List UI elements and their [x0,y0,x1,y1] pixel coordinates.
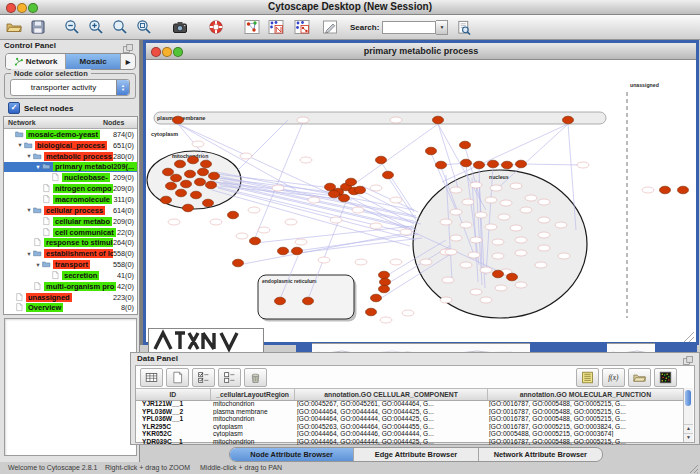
tab-edge-attribute-browser[interactable]: Edge Attribute Browser [354,448,478,461]
table-cell[interactable]: [GO:0045267, GO:0045261, GO:0044464, G..… [294,400,486,407]
tree-row-label[interactable]: multi-organism pro [44,282,116,291]
network-node-label[interactable] [525,195,537,201]
tree-row[interactable]: ▼primary metabol209(... [4,162,137,173]
tree-row-label[interactable]: cellular metabo [53,217,112,226]
network-node[interactable] [346,178,357,186]
tree-col-nodes[interactable]: Nodes [103,119,137,126]
table-column-header[interactable]: annotation.GO MOLECULAR_FUNCTION [488,389,684,400]
network-node-label[interactable] [420,259,432,265]
float-panel-icon[interactable] [123,41,135,53]
network-node[interactable] [188,156,199,164]
delete-attribute-trash-button[interactable] [244,368,267,387]
tree-row[interactable]: ▼establishment of lo558(0) [4,248,137,259]
attribute-list-button[interactable] [576,368,599,387]
tree-row[interactable]: secretion41(0) [4,270,137,281]
snapshot-camera-button[interactable] [170,17,190,37]
network-node-label[interactable] [440,297,452,303]
zoom-in-button[interactable] [86,17,106,37]
network-node-label[interactable] [577,162,589,168]
tree-row-label[interactable]: secretion [62,271,99,280]
resize-grip-icon[interactable] [688,463,699,474]
network-node-label[interactable] [538,199,550,205]
tree-row[interactable]: nucleobase-209(0) [4,172,137,183]
scroll-up-arrow[interactable]: ▲ [684,424,693,433]
table-column-header[interactable]: annotation.GO CELLULAR_COMPONENT [295,389,487,400]
network-node[interactable] [379,285,390,293]
zoom-fit-button[interactable] [110,17,130,37]
tab-mosaic[interactable]: Mosaic [66,54,120,69]
tree-col-network[interactable]: Network [4,119,103,126]
network-node-label[interactable] [515,237,527,243]
network-node-label[interactable] [402,310,414,316]
tree-row-label[interactable]: nucleobase- [62,173,110,182]
table-cell[interactable]: mitochondrion [210,415,294,422]
network-node-label[interactable] [495,285,507,291]
network-node-label[interactable] [538,217,550,223]
network-node-label[interactable] [308,197,320,203]
network-node-label[interactable] [240,153,252,159]
function-builder-button[interactable]: f(x) [602,368,625,387]
network-node-label[interactable] [538,245,550,251]
tree-row-label[interactable]: macromolecule [53,195,112,204]
network-node-label[interactable] [642,187,654,193]
network-node-label[interactable] [510,225,522,231]
table-row[interactable]: YDR039C__1mitochondrion[GO:0044464, GO:0… [136,438,684,446]
table-scrollbar[interactable]: ▲ ▼ [683,388,693,442]
network-node-label[interactable] [192,141,204,147]
tree-row[interactable]: unassigned223(0) [4,292,137,303]
tree-row-label[interactable]: nitrogen compo [53,184,113,193]
network-node-label[interactable] [236,233,248,239]
network-node[interactable] [161,196,172,204]
network-node-label[interactable] [515,282,527,288]
tree-row[interactable]: response to stimulu264(0) [4,237,137,248]
table-row[interactable]: YKR052Ccytoplasm[GO:0044464, GO:0044446,… [136,430,684,438]
network-node-label[interactable] [492,253,504,259]
tree-expand-triangle[interactable]: ▼ [34,164,42,170]
network-node-label[interactable] [480,297,492,303]
tree-row-label[interactable]: transport [53,260,90,269]
layout-plugin-1-button[interactable] [266,17,286,37]
network-node[interactable] [181,180,192,188]
network-node-label[interactable] [442,277,454,283]
network-node-label[interactable] [500,200,512,206]
network-node-label[interactable] [355,259,367,265]
network-node[interactable] [502,161,513,169]
table-column-header[interactable]: _cellularLayoutRegion [211,389,296,400]
tree-row[interactable]: multi-organism pro42(0) [4,281,137,292]
network-node[interactable] [176,189,187,197]
scrollbar-thumb[interactable] [685,390,691,406]
network-node[interactable] [198,168,209,176]
network-node[interactable] [366,308,377,316]
table-cell[interactable]: plasma membrane [210,408,294,415]
network-node-label[interactable] [352,207,364,213]
network-node-label[interactable] [460,262,472,268]
search-dropdown-arrow[interactable]: ▼ [436,20,448,35]
network-node[interactable] [380,278,391,286]
network-node-label[interactable] [295,239,307,245]
network-node-label[interactable] [470,289,482,295]
table-cell[interactable]: [GO:0044464, GO:0044444, GO:0044425, G..… [294,408,486,415]
network-node[interactable] [173,116,184,124]
network-node-label[interactable] [470,182,482,188]
network-node-label[interactable] [440,219,452,225]
network-node-label[interactable] [515,250,527,256]
network-node-label[interactable] [330,217,342,223]
network-node[interactable] [329,190,340,198]
new-attribute-button[interactable] [166,368,189,387]
network-node-label[interactable] [370,223,382,229]
network-node[interactable] [166,182,177,190]
open-session-button[interactable] [4,17,24,37]
network-node-label[interactable] [475,212,487,218]
table-row[interactable]: YPL036W__2plasma membrane[GO:0044464, GO… [136,408,684,416]
network-node-label[interactable] [485,224,497,230]
table-cell[interactable]: [GO:0044464, GO:0044444, GO:0044425, G..… [294,438,486,445]
network-node[interactable] [383,171,394,179]
scroll-down-arrow[interactable]: ▼ [684,433,693,442]
network-node[interactable] [488,160,499,168]
network-node-label[interactable] [492,239,504,245]
tree-row-label[interactable]: cell communicat [53,228,116,237]
network-node-label[interactable] [248,207,260,213]
network-node[interactable] [233,259,244,267]
network-node-label[interactable] [470,237,482,243]
tree-expand-triangle[interactable]: ▼ [16,142,24,148]
